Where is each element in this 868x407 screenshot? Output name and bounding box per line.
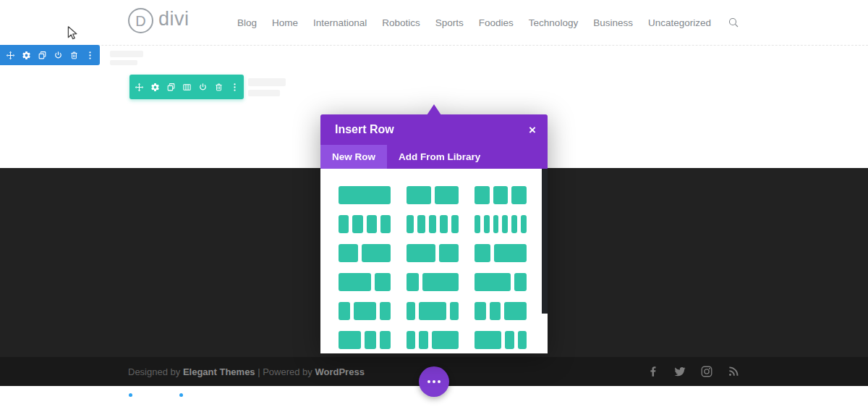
nav-item-uncategorized[interactable]: Uncategorized	[648, 17, 711, 28]
column-tile	[419, 302, 446, 320]
dot	[438, 380, 441, 383]
column-tile	[475, 302, 486, 320]
duplicate-icon[interactable]	[38, 51, 47, 60]
nav-item-sports[interactable]: Sports	[435, 17, 464, 28]
column-tile	[375, 273, 391, 291]
save-icon[interactable]	[198, 83, 208, 92]
elegant-themes-link[interactable]: Elegant Themes	[183, 366, 255, 377]
nav-item-foodies[interactable]: Foodies	[479, 17, 514, 28]
column-tile	[493, 215, 499, 233]
columns-icon[interactable]	[182, 83, 192, 92]
insert-row-modal: Insert Row × New RowAdd From Library	[320, 103, 548, 353]
modal-title: Insert Row	[335, 123, 394, 136]
move-icon[interactable]	[6, 51, 15, 60]
row-layout-3-4-1-4[interactable]	[475, 273, 527, 291]
more-icon[interactable]	[230, 83, 239, 92]
column-tile	[407, 302, 415, 320]
rss-icon[interactable]	[727, 365, 740, 378]
facebook-icon[interactable]	[647, 365, 660, 378]
nav-item-international[interactable]: International	[313, 17, 367, 28]
column-tile	[518, 331, 527, 349]
modal-body	[320, 169, 548, 353]
column-tile	[475, 273, 511, 291]
column-tile	[451, 215, 459, 233]
column-tile	[505, 331, 514, 349]
row-layout-1-4-1-4-1-2[interactable]	[475, 302, 527, 320]
tab-new-row[interactable]: New Row	[320, 145, 387, 169]
modal-header: Insert Row ×	[320, 114, 548, 145]
row-layout-1-6-1-6-1-6-1-6-1-6-1-6[interactable]	[475, 215, 527, 233]
nav-item-blog[interactable]: Blog	[237, 17, 257, 28]
delete-icon[interactable]	[214, 83, 224, 92]
credits-text: | Powered by	[255, 366, 315, 377]
column-tile	[514, 273, 527, 291]
row-layout-1-5-1-5-1-5-1-5-1-5[interactable]	[407, 215, 459, 233]
content-placeholder	[248, 78, 286, 86]
column-tile	[407, 186, 431, 204]
row-layout-1[interactable]	[339, 186, 391, 204]
column-tile	[511, 186, 527, 204]
section-toolbar[interactable]	[0, 45, 100, 65]
row-layout-1-2-1-4-1-4[interactable]	[339, 331, 391, 349]
close-icon[interactable]: ×	[529, 124, 536, 136]
row-toolbar[interactable]	[129, 75, 244, 99]
column-tile	[407, 244, 435, 262]
nav-item-robotics[interactable]: Robotics	[382, 17, 420, 28]
column-tile	[475, 215, 480, 233]
search-icon[interactable]	[728, 17, 739, 28]
dot	[427, 380, 430, 383]
instagram-icon[interactable]	[700, 365, 713, 378]
column-tile	[511, 215, 517, 233]
builder-expand-button[interactable]	[419, 366, 449, 397]
nav-item-technology[interactable]: Technology	[529, 17, 578, 28]
column-tile	[419, 331, 427, 349]
duplicate-icon[interactable]	[166, 83, 176, 92]
modal-scrollbar[interactable]	[542, 169, 548, 314]
row-layout-1-3-2-3[interactable]	[475, 244, 527, 262]
column-tile	[339, 331, 361, 349]
logo-text: divi	[158, 9, 190, 32]
more-icon[interactable]	[85, 51, 95, 60]
column-tile	[407, 215, 414, 233]
row-layout-2-5-3-5[interactable]	[339, 244, 391, 262]
site-header: D divi BlogHomeInternationalRoboticsSpor…	[0, 0, 868, 45]
tab-add-from-library[interactable]: Add From Library	[387, 145, 492, 169]
row-layout-1-5-3-5-1-5[interactable]	[407, 302, 459, 320]
column-tile	[475, 186, 490, 204]
widget-link-march-2022[interactable]: March 2022	[129, 390, 187, 400]
widget-link-business[interactable]: Business	[179, 390, 240, 400]
row-layout-3-5-1-5-1-5[interactable]	[475, 331, 527, 349]
settings-icon[interactable]	[150, 83, 160, 92]
wordpress-link[interactable]: WordPress	[315, 366, 364, 377]
row-layout-2-3-1-3[interactable]	[339, 273, 391, 291]
column-tile	[407, 331, 415, 349]
row-layout-1-2-1-2[interactable]	[407, 186, 459, 204]
nav-item-business[interactable]: Business	[593, 17, 633, 28]
column-tile	[502, 215, 508, 233]
column-tile	[450, 302, 459, 320]
move-icon[interactable]	[135, 83, 144, 92]
settings-icon[interactable]	[22, 51, 31, 60]
save-icon[interactable]	[54, 51, 63, 60]
dot	[433, 380, 435, 383]
column-tile	[504, 302, 527, 320]
column-tile	[380, 302, 391, 320]
row-layout-1-3-1-3-1-3[interactable]	[475, 186, 527, 204]
delete-icon[interactable]	[69, 51, 79, 60]
column-tile	[367, 215, 377, 233]
column-tile	[339, 215, 349, 233]
social-bar	[647, 357, 740, 386]
row-layout-1-4-3-4[interactable]	[407, 273, 459, 291]
site-logo[interactable]: D divi	[128, 8, 190, 33]
column-tile	[362, 244, 391, 262]
column-tile	[339, 186, 391, 204]
row-layout-1-5-1-5-3-5[interactable]	[407, 331, 459, 349]
twitter-icon[interactable]	[673, 365, 686, 378]
row-layout-1-4-1-2-1-4[interactable]	[339, 302, 391, 320]
column-tile	[429, 215, 436, 233]
main-nav: BlogHomeInternationalRoboticsSportsFoodi…	[237, 0, 739, 45]
row-layout-1-4-1-4-1-4-1-4[interactable]	[339, 215, 391, 233]
content-placeholder	[110, 60, 137, 65]
row-layout-3-5-2-5[interactable]	[407, 244, 459, 262]
nav-item-home[interactable]: Home	[272, 17, 298, 28]
